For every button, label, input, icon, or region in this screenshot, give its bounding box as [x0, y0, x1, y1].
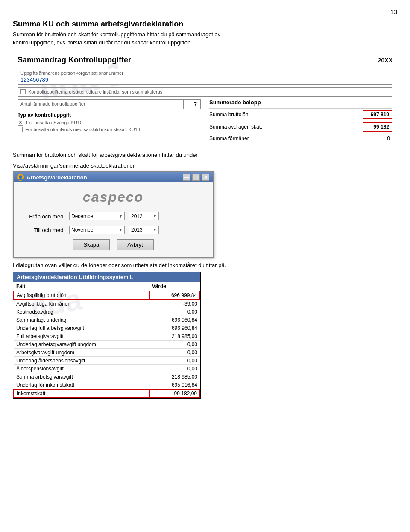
bottom-text: I dialogrutan ovan väljer du de löneperi…: [13, 262, 397, 268]
table-cell-label: Underlag full arbetsgivaravgift: [14, 324, 149, 332]
table-row: Underlag ålderspensionsavgift0,00: [14, 357, 200, 365]
till-month-select[interactable]: November ▼: [69, 226, 125, 234]
sammandrag-box: ilda 1 Sammandrag Kontrolluppgifter 20XX…: [13, 52, 397, 147]
table-row: Arbetsgivaravgift ungdom0,00: [14, 349, 200, 357]
till-label: Till och med:: [22, 227, 65, 233]
table-cell-label: Avgiftspliktig bruttolön: [14, 291, 149, 300]
table-cell-value: 218 985,00: [149, 332, 200, 341]
summa-formaner-label: Summa förmåner: [209, 135, 249, 141]
typ-row-2-label: För bosatta utomlands med särskild inkom…: [25, 127, 140, 132]
arbetsgivar-table: Fält Värde Avgiftspliktig bruttolön696 9…: [13, 282, 200, 398]
sammandrag-title: Sammandrag Kontrolluppgifter: [18, 56, 131, 65]
summa-bruttolon-label: Summa bruttolön: [209, 112, 248, 118]
sammandrag-year: 20XX: [378, 57, 392, 64]
intro-line1: Summan för bruttolön och skatt för kontr…: [13, 31, 397, 38]
dialog-logo: caspeco: [22, 189, 204, 205]
table-cell-value: 218 985,00: [149, 373, 200, 381]
table-row: Underlag arbetsgivaravgift ungdom0,00: [14, 341, 200, 349]
table-row: Full arbetsgivaravgift218 985,00: [14, 332, 200, 341]
table-cell-label: Full arbetsgivaravgift: [14, 332, 149, 341]
till-row: Till och med: November ▼ 2013 ▼: [22, 226, 204, 234]
summa-skatt-value: 99 182: [363, 122, 392, 132]
table-row: Ålderspensionsavgift0,00: [14, 365, 200, 373]
table-cell-label: Underlag arbetsgivaravgift ungdom: [14, 341, 149, 349]
table-cell-value: 696 999,84: [149, 291, 200, 300]
summa-bruttolon-value: 697 819: [363, 110, 392, 119]
summa-row-skatt: Summa avdragen skatt 99 182: [209, 121, 392, 133]
table-cell-value: 0,00: [149, 341, 200, 349]
checkbox-ku13: [18, 127, 23, 132]
table-row: Kostnadsavdrag0,00: [14, 308, 200, 316]
table-row: Summa arbetsgivaravgift218 985,00: [14, 373, 200, 381]
dialog-body: caspeco Från och med: December ▼ 2012 ▼ …: [14, 182, 213, 257]
checkbox-makuleras-box: [20, 89, 26, 94]
table-cell-label: Underlag ålderspensionsavgift: [14, 357, 149, 365]
avbryt-button[interactable]: Avbryt: [117, 239, 154, 250]
table-cell-value: 0,00: [149, 349, 200, 357]
summerade-header: Summerade belopp: [209, 99, 392, 106]
till-year-value: 2013: [131, 227, 151, 233]
dialog-buttons: Skapa Avbryt: [22, 239, 204, 250]
table-cell-label: Avgiftspliktiga förmåner: [14, 300, 149, 308]
person-field-value: 123456789: [20, 76, 390, 83]
dialog-restore-btn[interactable]: □: [192, 174, 200, 181]
summa-skatt-label: Summa avdragen skatt: [209, 124, 262, 130]
sammandrag-right: Summerade belopp Summa bruttolön 697 819…: [209, 99, 392, 144]
dialog-close-btn[interactable]: ✕: [202, 174, 209, 181]
antal-label: Antal lämnade kontrolluppgifter: [18, 100, 183, 109]
antal-value: 7: [183, 100, 200, 109]
main-title: Summa KU och summa arbetsgivardeklaratio…: [13, 20, 397, 29]
table-cell-value: 696 960,84: [149, 324, 200, 332]
checkbox-makuleras: Kontrolluppgifterna ersätter tidigare in…: [18, 87, 392, 97]
dialog-title: Arbetsgivardeklaration: [26, 174, 87, 181]
arbetsgivar-section: Arbetsgivardeklaration Utbildningssystem…: [13, 272, 201, 399]
typ-row-2: För bosatta utomlands med särskild inkom…: [18, 127, 201, 132]
col-header-varde: Värde: [149, 282, 200, 291]
fran-month-arrow: ▼: [119, 214, 123, 218]
sammandrag-left: Antal lämnade kontrolluppgifter 7 Typ av…: [18, 99, 201, 144]
intro-line2: kontrolluppgiften, dvs. första sidan du …: [13, 39, 397, 46]
table-row: Inkomstskatt99 182,00: [14, 389, 200, 398]
table-cell-label: Underlag för inkomstskatt: [14, 381, 149, 390]
dialog-icon: 👤: [17, 174, 24, 181]
table-cell-value: 695 916,84: [149, 381, 200, 390]
person-field: Uppgiftslämnarens person-/organisationsn…: [18, 69, 392, 85]
person-field-label: Uppgiftslämnarens person-/organisationsn…: [20, 71, 390, 76]
fran-year-value: 2012: [131, 213, 151, 219]
table-cell-label: Inkomstskatt: [14, 389, 149, 398]
typ-label: Typ av kontrolluppgift: [18, 112, 201, 118]
section2-line1: Summan för bruttolön och skatt för arbet…: [13, 152, 397, 158]
dialog-controls[interactable]: — □ ✕: [183, 174, 209, 181]
table-cell-label: Sammanlagt underlag: [14, 316, 149, 324]
fran-month-select[interactable]: December ▼: [69, 212, 125, 220]
typ-section: Typ av kontrolluppgift X För bosatta i S…: [18, 112, 201, 132]
table-row: Sammanlagt underlag696 960,84: [14, 316, 200, 324]
dialog-minimize-btn[interactable]: —: [183, 174, 190, 181]
typ-row-1: X För bosatta i Sverige KU10: [18, 120, 201, 126]
fran-year-arrow: ▼: [153, 214, 157, 218]
fran-year-select[interactable]: 2012 ▼: [129, 212, 159, 220]
antal-row: Antal lämnade kontrolluppgifter 7: [18, 99, 201, 109]
table-cell-value: 0,00: [149, 308, 200, 316]
section2-line2: Visa/avstämningar/summerade skattdeklara…: [13, 162, 397, 169]
summa-formaner-value: 0: [363, 135, 392, 142]
arbetsgivar-header: Arbetsgivardeklaration Utbildningssystem…: [13, 272, 200, 282]
table-cell-label: Ålderspensionsavgift: [14, 365, 149, 373]
skapa-button[interactable]: Skapa: [73, 239, 110, 250]
table-row: Avgiftspliktiga förmåner-39,00: [14, 300, 200, 308]
col-header-falt: Fält: [14, 282, 149, 291]
dialog-titlebar: 👤 Arbetsgivardeklaration — □ ✕: [14, 172, 213, 182]
summa-row-formaner: Summa förmåner 0: [209, 133, 392, 144]
table-cell-label: Summa arbetsgivaravgift: [14, 373, 149, 381]
till-year-select[interactable]: 2013 ▼: [129, 226, 159, 234]
dialog-window: 👤 Arbetsgivardeklaration — □ ✕ caspeco F…: [13, 171, 214, 258]
table-row: Underlag full arbetsgivaravgift696 960,8…: [14, 324, 200, 332]
till-month-arrow: ▼: [119, 228, 123, 232]
summa-row-bruttolon: Summa bruttolön 697 819: [209, 108, 392, 121]
fran-row: Från och med: December ▼ 2012 ▼: [22, 212, 204, 220]
typ-row-1-label: För bosatta i Sverige KU10: [26, 120, 82, 125]
checkbox-ku10: X: [18, 120, 23, 126]
till-month-value: November: [71, 227, 117, 233]
table-cell-value: -39,00: [149, 300, 200, 308]
table-cell-label: Kostnadsavdrag: [14, 308, 149, 316]
